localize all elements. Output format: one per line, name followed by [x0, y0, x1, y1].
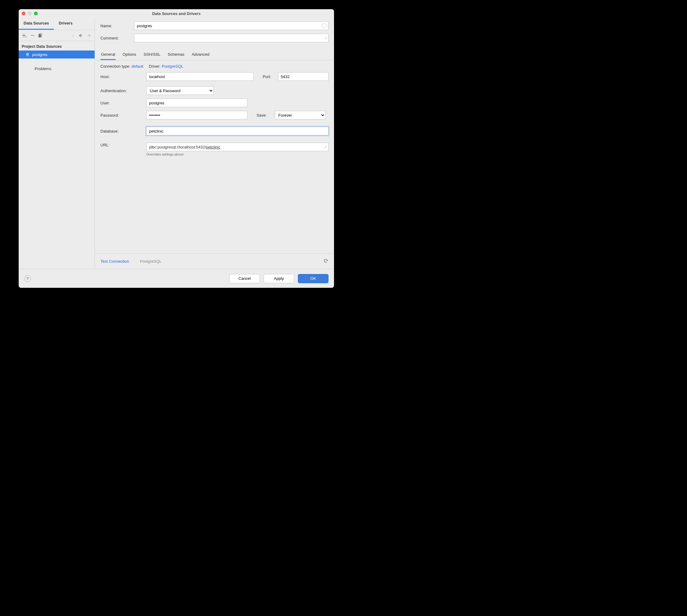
auth-label: Authentication:	[101, 88, 146, 93]
problems-label: Problems	[35, 66, 51, 71]
svg-rect-1	[39, 34, 41, 37]
dialog-window: Data Sources and Drivers Data Sources Dr…	[19, 9, 334, 288]
titlebar: Data Sources and Drivers	[19, 9, 334, 18]
add-icon[interactable]: ▾	[21, 32, 28, 39]
url-value-suffix[interactable]: petclinic	[206, 145, 220, 149]
test-connection-link[interactable]: Test Connection	[101, 259, 129, 264]
host-input[interactable]	[146, 72, 253, 81]
url-note: Overrides settings above	[146, 152, 329, 156]
help-icon[interactable]: ?	[24, 275, 31, 282]
conn-type-link[interactable]: default	[131, 64, 143, 69]
sidebar-tabs: Data Sources Drivers	[19, 18, 95, 30]
tab-schemas[interactable]: Schemas	[167, 50, 185, 60]
driver-link[interactable]: PostgreSQL	[162, 64, 183, 69]
tab-data-sources[interactable]: Data Sources	[19, 18, 54, 30]
driver-name: PostgreSQL	[140, 259, 162, 264]
host-label: Host:	[101, 74, 146, 79]
auth-select[interactable]: User & Password	[146, 86, 214, 95]
tab-options[interactable]: Options	[122, 50, 137, 60]
postgres-icon	[25, 52, 30, 57]
password-input[interactable]	[146, 111, 247, 119]
tab-general[interactable]: General	[101, 50, 116, 60]
svg-point-4	[28, 53, 28, 54]
url-expand-icon[interactable]: ⤢	[324, 145, 327, 149]
undo-icon[interactable]	[323, 258, 329, 265]
window-title: Data Sources and Drivers	[19, 11, 334, 16]
password-label: Password:	[101, 113, 146, 117]
comment-label: Comment:	[101, 36, 134, 40]
cancel-button[interactable]: Cancel	[229, 274, 260, 283]
back-arrow-icon[interactable]	[77, 32, 84, 39]
url-value-prefix[interactable]: jdbc:postgresql://localhost:5432/	[149, 145, 206, 149]
svg-point-3	[27, 53, 27, 54]
name-label: Name:	[101, 24, 134, 28]
database-label: Database:	[101, 129, 146, 133]
comment-input[interactable]	[134, 34, 329, 42]
minimize-window-button[interactable]	[28, 12, 31, 15]
sidebar: Data Sources Drivers ▾ » Project Data So…	[19, 18, 95, 269]
tab-advanced[interactable]: Advanced	[191, 50, 210, 60]
sidebar-item-postgres[interactable]: postgres	[19, 50, 95, 59]
close-window-button[interactable]	[22, 12, 25, 15]
save-select[interactable]: Forever	[275, 111, 326, 119]
expand-icon[interactable]: ⤢	[325, 36, 327, 40]
database-input[interactable]	[146, 127, 329, 135]
dialog-footer: ? Cancel Apply OK	[19, 269, 334, 288]
remove-icon[interactable]	[29, 32, 36, 39]
color-picker-icon[interactable]	[322, 23, 327, 28]
port-label: Port:	[263, 74, 278, 79]
sidebar-item-problems[interactable]: Problems	[19, 65, 95, 72]
inner-tabs: General Options SSH/SSL Schemas Advanced	[95, 48, 334, 60]
zoom-window-button[interactable]	[34, 12, 38, 15]
user-label: User:	[101, 101, 146, 105]
sidebar-section-project: Project Data Sources	[19, 41, 95, 50]
save-label: Save:	[257, 113, 275, 117]
sidebar-toolbar: ▾ »	[19, 30, 95, 41]
test-bar: Test Connection PostgreSQL	[95, 254, 334, 269]
copy-icon[interactable]	[37, 32, 44, 39]
user-input[interactable]	[146, 98, 247, 107]
main-panel: Name: Comment: ⤢ General Options	[95, 18, 334, 269]
conn-type-label: Connection type:	[101, 64, 130, 69]
driver-label: Driver:	[149, 64, 160, 69]
apply-button[interactable]: Apply	[264, 274, 294, 283]
window-controls	[22, 12, 38, 15]
name-input[interactable]	[134, 21, 329, 30]
svg-point-2	[26, 53, 29, 56]
connection-info: Connection type: default Driver: Postgre…	[95, 60, 334, 72]
chevrons-icon[interactable]: »	[69, 32, 76, 39]
forward-arrow-icon[interactable]	[85, 32, 92, 39]
tab-sshssl[interactable]: SSH/SSL	[143, 50, 161, 60]
ok-button[interactable]: OK	[298, 274, 329, 283]
sidebar-item-label: postgres	[32, 52, 47, 57]
tab-drivers[interactable]: Drivers	[54, 18, 77, 30]
port-input[interactable]	[278, 72, 329, 81]
url-label: URL:	[101, 143, 146, 147]
